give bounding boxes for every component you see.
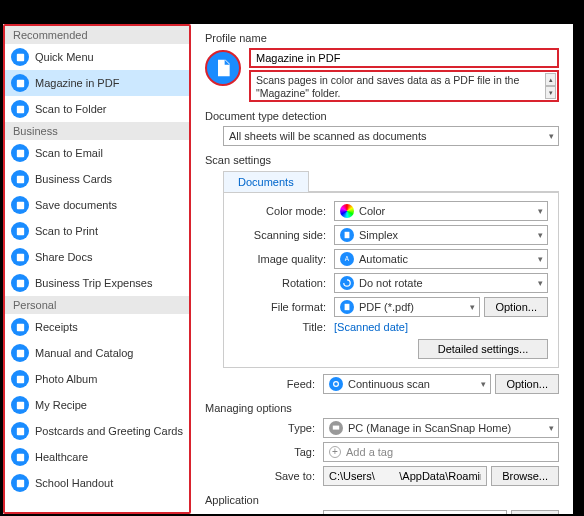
profile-description-input[interactable]: Scans pages in color and saves data as a… xyxy=(249,70,559,102)
svg-rect-14 xyxy=(16,453,23,460)
sidebar-item[interactable]: Healthcare xyxy=(5,444,189,470)
section-header: Business xyxy=(5,122,189,140)
sidebar-item[interactable]: Save documents xyxy=(5,192,189,218)
feed-label: Feed: xyxy=(223,378,323,390)
sidebar-item-label: Manual and Catalog xyxy=(35,347,133,359)
pdf-icon xyxy=(340,300,354,314)
sidebar: RecommendedQuick MenuMagazine in PDFScan… xyxy=(3,24,191,514)
sidebar-item-label: Save documents xyxy=(35,199,117,211)
tab-documents[interactable]: Documents xyxy=(223,171,309,192)
svg-rect-0 xyxy=(16,53,23,60)
sidebar-item-label: Scan to Email xyxy=(35,147,103,159)
svg-point-19 xyxy=(334,382,339,387)
money-icon xyxy=(11,274,29,292)
sidebar-item[interactable]: My Recipe xyxy=(5,392,189,418)
color-mode-value: Color xyxy=(359,205,385,217)
sidebar-item[interactable]: School Handout xyxy=(5,470,189,496)
postcard-icon xyxy=(11,422,29,440)
plus-icon: + xyxy=(329,446,341,458)
feed-value: Continuous scan xyxy=(348,378,430,390)
save-to-input[interactable] xyxy=(323,466,487,486)
section-header: Recommended xyxy=(5,26,189,44)
sidebar-item[interactable]: Quick Menu xyxy=(5,44,189,70)
sidebar-item[interactable]: Photo Album xyxy=(5,366,189,392)
send-to-select[interactable]: Show with ScanSnap Home xyxy=(323,510,507,514)
svg-rect-8 xyxy=(16,279,23,286)
save-to-label: Save to: xyxy=(223,470,323,482)
tag-value: Add a tag xyxy=(346,446,393,458)
grid-icon xyxy=(11,48,29,66)
detailed-settings-button[interactable]: Detailed settings... xyxy=(418,339,548,359)
sidebar-item[interactable]: Magazine in PDF xyxy=(5,70,189,96)
file-format-select[interactable]: PDF (*.pdf) xyxy=(334,297,480,317)
sidebar-item[interactable]: Receipts xyxy=(5,314,189,340)
sidebar-item-label: Healthcare xyxy=(35,451,88,463)
title-label: Title: xyxy=(234,321,334,333)
card-icon xyxy=(11,170,29,188)
color-mode-select[interactable]: Color xyxy=(334,201,548,221)
type-value: PC (Manage in ScanSnap Home) xyxy=(348,422,511,434)
fork-icon xyxy=(11,396,29,414)
mail-icon xyxy=(11,144,29,162)
doc-icon xyxy=(11,196,29,214)
file-format-label: File format: xyxy=(234,301,334,313)
svg-rect-7 xyxy=(16,253,23,260)
profile-icon[interactable] xyxy=(205,50,241,86)
profile-name-label: Profile name xyxy=(205,32,559,44)
tag-label: Tag: xyxy=(223,446,323,458)
browse-button[interactable]: Browse... xyxy=(491,466,559,486)
share-icon xyxy=(11,248,29,266)
feed-option-button[interactable]: Option... xyxy=(495,374,559,394)
type-select[interactable]: PC (Manage in ScanSnap Home) xyxy=(323,418,559,438)
svg-rect-20 xyxy=(333,426,339,430)
description-spinner[interactable]: ▴▾ xyxy=(545,73,556,99)
sidebar-item-label: Postcards and Greeting Cards xyxy=(35,425,183,437)
sidebar-item-label: Business Trip Expenses xyxy=(35,277,152,289)
scanning-side-select[interactable]: Simplex xyxy=(334,225,548,245)
svg-rect-9 xyxy=(16,323,23,330)
feed-select[interactable]: Continuous scan xyxy=(323,374,491,394)
title-value[interactable]: [Scanned date] xyxy=(334,321,408,333)
sidebar-item[interactable]: Business Cards xyxy=(5,166,189,192)
svg-rect-6 xyxy=(16,227,23,234)
app-window: RecommendedQuick MenuMagazine in PDFScan… xyxy=(3,24,573,514)
svg-rect-3 xyxy=(16,149,23,156)
sidebar-item[interactable]: Business Trip Expenses xyxy=(5,270,189,296)
svg-rect-15 xyxy=(16,479,23,486)
receipt-icon xyxy=(11,318,29,336)
svg-rect-18 xyxy=(345,304,350,310)
school-icon xyxy=(11,474,29,492)
section-header: Personal xyxy=(5,296,189,314)
svg-rect-2 xyxy=(16,105,23,112)
sidebar-item[interactable]: Scan to Print xyxy=(5,218,189,244)
palette-icon xyxy=(340,204,354,218)
file-format-option-button[interactable]: Option... xyxy=(484,297,548,317)
sidebar-item-label: Scan to Folder xyxy=(35,103,107,115)
svg-rect-12 xyxy=(16,401,23,408)
profile-name-input[interactable] xyxy=(249,48,559,68)
continuous-icon xyxy=(329,377,343,391)
sidebar-item[interactable]: Postcards and Greeting Cards xyxy=(5,418,189,444)
svg-rect-10 xyxy=(16,349,23,356)
scanning-side-label: Scanning side: xyxy=(234,229,334,241)
sidebar-item[interactable]: Manual and Catalog xyxy=(5,340,189,366)
image-quality-select[interactable]: AAutomatic xyxy=(334,249,548,269)
svg-text:A: A xyxy=(345,255,350,262)
sidebar-item[interactable]: Scan to Email xyxy=(5,140,189,166)
sidebar-item-label: Receipts xyxy=(35,321,78,333)
sidebar-item[interactable]: Share Docs xyxy=(5,244,189,270)
photo-icon xyxy=(11,370,29,388)
rotate-icon xyxy=(340,276,354,290)
tag-input[interactable]: +Add a tag xyxy=(323,442,559,462)
svg-rect-11 xyxy=(16,375,23,382)
sidebar-item-label: Quick Menu xyxy=(35,51,94,63)
sidebar-item-label: Share Docs xyxy=(35,251,92,263)
rotation-select[interactable]: Do not rotate xyxy=(334,273,548,293)
print-icon xyxy=(11,222,29,240)
managing-options-label: Managing options xyxy=(205,402,559,414)
set-button[interactable]: Set... xyxy=(511,510,559,514)
sidebar-item-label: Scan to Print xyxy=(35,225,98,237)
sidebar-item[interactable]: Scan to Folder xyxy=(5,96,189,122)
doc-detect-select[interactable]: All sheets will be scanned as documents xyxy=(223,126,559,146)
sidebar-item-label: School Handout xyxy=(35,477,113,489)
